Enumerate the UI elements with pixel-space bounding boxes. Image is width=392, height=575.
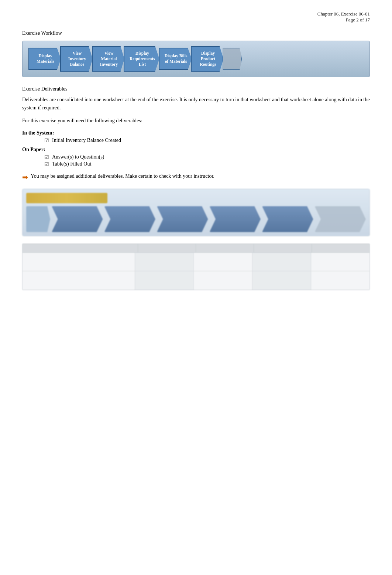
table-cell-1-1 [23, 253, 135, 271]
checklist-item-tables: ☑ Table(s) Filled Out [44, 161, 370, 167]
additional-deliverables-note: ➡ You may be assigned additional deliver… [22, 173, 370, 181]
deliverables-title: Exercise Deliverables [22, 86, 370, 92]
chapter-info: Chapter 06, Exercise 06-01 [22, 11, 370, 17]
table-col-1-header [23, 244, 138, 252]
deliverables-intro1: Deliverables are consolidated into one w… [22, 96, 370, 112]
blurred-section-1 [22, 189, 370, 236]
deliverables-intro2: For this exercise you will need the foll… [22, 117, 370, 125]
step-display-requirements: Display Requirements List [124, 46, 159, 72]
table-col-3-header [196, 244, 254, 252]
table-row-2 [23, 271, 369, 290]
exercise-deliverables-section: Exercise Deliverables Deliverables are c… [22, 86, 370, 181]
workflow-step-3: View Material Inventory [92, 46, 124, 72]
in-system-label: In the System: [22, 130, 370, 136]
table-cell-2-5 [311, 271, 369, 290]
blurred-step-5 [262, 206, 313, 232]
table-cell-1-3 [194, 253, 252, 271]
note-text: You may be assigned additional deliverab… [31, 173, 214, 179]
page-header: Chapter 06, Exercise 06-01 Page 2 of 17 [22, 11, 370, 23]
table-cell-1-4 [252, 253, 311, 271]
workflow-step-6: Display Product Routings [191, 46, 223, 72]
table-cell-1-5 [311, 253, 369, 271]
workflow-diagram: Display Materials View Inventory Balance… [22, 41, 370, 77]
table-cell-2-3 [194, 271, 252, 290]
page-info: Page 2 of 17 [22, 17, 370, 23]
blurred-table-section [22, 244, 370, 290]
blurred-header-bar [26, 193, 107, 203]
right-arrow-icon: ➡ [22, 173, 28, 181]
workflow-step-7 [223, 48, 241, 70]
step-view-inventory-balance: View Inventory Balance [60, 46, 93, 72]
step-placeholder [223, 48, 242, 70]
step-display-materials: Display Materials [28, 48, 61, 70]
table-cell-2-1 [23, 271, 135, 290]
table-header [23, 244, 369, 253]
table-row-1 [23, 253, 369, 271]
workflow-step-2: View Inventory Balance [60, 46, 92, 72]
checkbox-icon: ☑ [44, 137, 49, 144]
blurred-workflow-row [26, 206, 366, 232]
checklist-answers-text: Answer(s) to Question(s) [52, 154, 104, 160]
checkbox-icon-2: ☑ [44, 154, 49, 160]
workflow-step-1: Display Materials [28, 48, 60, 70]
step-display-bills: Display Bills of Materials [159, 48, 192, 70]
blurred-step-6 [315, 206, 366, 232]
blurred-step-3 [157, 206, 208, 232]
checklist-item-inventory: ☑ Initial Inventory Balance Created [44, 137, 370, 144]
step-view-material-inventory: View Material Inventory [92, 46, 124, 72]
table-cell-2-2 [135, 271, 194, 290]
checklist-tables-text: Table(s) Filled Out [52, 161, 91, 167]
checklist-item-text: Initial Inventory Balance Created [52, 137, 121, 143]
step-display-product-routings: Display Product Routings [191, 46, 223, 72]
table-col-4-header [254, 244, 312, 252]
blurred-step-1 [52, 206, 103, 232]
workflow-step-4: Display Requirements List [124, 46, 159, 72]
table-cell-1-2 [135, 253, 194, 271]
table-cell-2-4 [252, 271, 311, 290]
table-col-2-header [138, 244, 196, 252]
blurred-step-4 [210, 206, 261, 232]
on-paper-label: On Paper: [22, 147, 370, 153]
blurred-step-0 [26, 206, 50, 232]
checkbox-icon-3: ☑ [44, 161, 49, 167]
exercise-workflow-title: Exercise Workflow [22, 30, 370, 36]
table-col-5-header [312, 244, 369, 252]
checklist-item-answers: ☑ Answer(s) to Question(s) [44, 154, 370, 160]
workflow-step-5: Display Bills of Materials [159, 48, 191, 70]
blurred-step-2 [104, 206, 156, 232]
